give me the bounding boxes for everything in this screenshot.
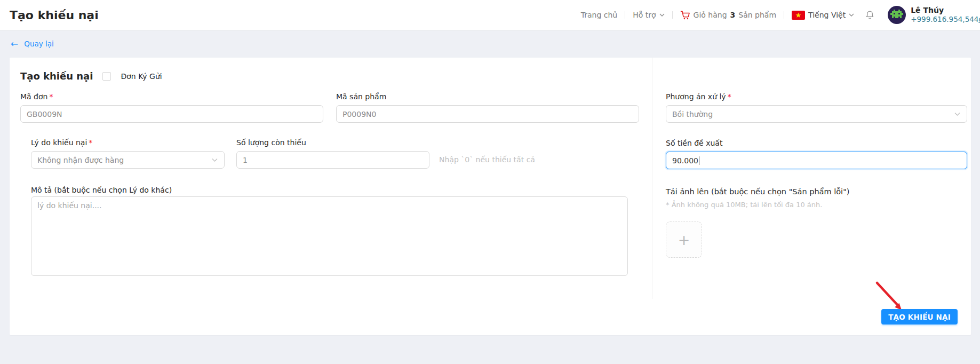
- upload-label: Tải ảnh lên (bắt buộc nếu chọn "Sản phẩm…: [666, 187, 968, 196]
- description-textarea[interactable]: [31, 196, 628, 276]
- solution-select-value: Bồi thường: [672, 110, 713, 118]
- amount-value: 90.000: [672, 156, 698, 165]
- nav-divider: [784, 11, 784, 19]
- back-arrow-icon: ←: [11, 40, 18, 48]
- upload-note: * Ảnh không quá 10MB; tải lên tối đa 10 …: [666, 201, 968, 209]
- solution-select[interactable]: Bồi thường: [666, 105, 967, 123]
- form-left-column: Tạo khiếu nại Đơn Ký Gửi Mã đơn* Mã sản …: [10, 58, 652, 299]
- notification-bell-icon[interactable]: [865, 10, 875, 20]
- nav-support-label: Hỗ trợ: [633, 11, 656, 19]
- vietnam-flag-icon: [792, 11, 805, 20]
- back-link-label: Quay lại: [24, 40, 54, 48]
- nav-cart-link[interactable]: Giỏ hàng 3 Sản phẩm: [680, 10, 776, 20]
- cart-count-badge: 3: [730, 11, 736, 19]
- user-menu[interactable]: Lê Thúy +999.616.954,544đ: [888, 6, 980, 24]
- consignment-checkbox[interactable]: [102, 72, 111, 81]
- reason-select[interactable]: Không nhận được hàng: [31, 151, 225, 169]
- plus-icon: +: [678, 233, 690, 247]
- required-mark: *: [89, 138, 92, 147]
- cart-icon: [680, 10, 690, 20]
- required-mark: *: [49, 92, 53, 101]
- form-heading: Tạo khiếu nại: [20, 70, 93, 82]
- product-code-label: Mã sản phẩm: [336, 93, 639, 101]
- reason-label: Lý do khiếu nại*: [31, 139, 225, 147]
- consignment-checkbox-label: Đơn Ký Gửi: [121, 72, 162, 81]
- user-name: Lê Thúy: [911, 6, 980, 15]
- missing-qty-label: Số lượng còn thiếu: [236, 139, 429, 147]
- reason-select-value: Không nhận được hàng: [37, 156, 124, 164]
- description-label: Mô tả (bắt buộc nếu chọn Lý do khác): [31, 186, 652, 194]
- amount-label: Số tiền đề xuất: [666, 139, 967, 147]
- back-link[interactable]: ← Quay lại: [0, 30, 980, 48]
- chevron-down-icon: [849, 13, 854, 17]
- language-selector[interactable]: Tiếng Việt: [792, 11, 854, 20]
- solution-label: Phương án xử lý*: [666, 93, 967, 101]
- missing-qty-input[interactable]: [236, 151, 429, 169]
- nav-divider: [625, 11, 625, 19]
- required-mark: *: [728, 92, 731, 101]
- order-code-label: Mã đơn*: [20, 93, 323, 101]
- amount-input[interactable]: 90.000: [666, 152, 967, 169]
- create-complaint-button[interactable]: TẠO KHIẾU NẠI: [881, 309, 958, 325]
- complaint-form-card: Tạo khiếu nại Đơn Ký Gửi Mã đơn* Mã sản …: [10, 58, 971, 335]
- text-cursor: [699, 156, 699, 165]
- cart-unit-label: Sản phẩm: [738, 11, 776, 19]
- upload-add-button[interactable]: +: [666, 221, 702, 258]
- nav-support-menu[interactable]: Hỗ trợ: [633, 11, 664, 19]
- language-label: Tiếng Việt: [808, 11, 846, 19]
- nav-home-link[interactable]: Trang chủ: [581, 11, 617, 19]
- avatar: [888, 6, 906, 24]
- cart-label: Giỏ hàng: [694, 11, 727, 19]
- chevron-down-icon: [212, 158, 218, 162]
- header: Tạo khiếu nại Trang chủ Hỗ trợ Giỏ hàng …: [0, 0, 980, 30]
- order-code-input[interactable]: [20, 105, 323, 123]
- nav-divider: [672, 11, 673, 19]
- top-nav: Trang chủ Hỗ trợ Giỏ hàng 3 Sản phẩm: [581, 6, 980, 24]
- user-balance: +999.616.954,544đ: [911, 15, 980, 24]
- chevron-down-icon: [659, 13, 665, 17]
- chevron-down-icon: [954, 112, 960, 116]
- form-right-column: Phương án xử lý* Bồi thường Số tiền đề x…: [652, 58, 971, 299]
- product-code-input[interactable]: [336, 105, 639, 123]
- page-title: Tạo khiếu nại: [10, 9, 99, 22]
- missing-qty-hint: Nhập `0` nếu thiếu tất cả: [439, 156, 535, 164]
